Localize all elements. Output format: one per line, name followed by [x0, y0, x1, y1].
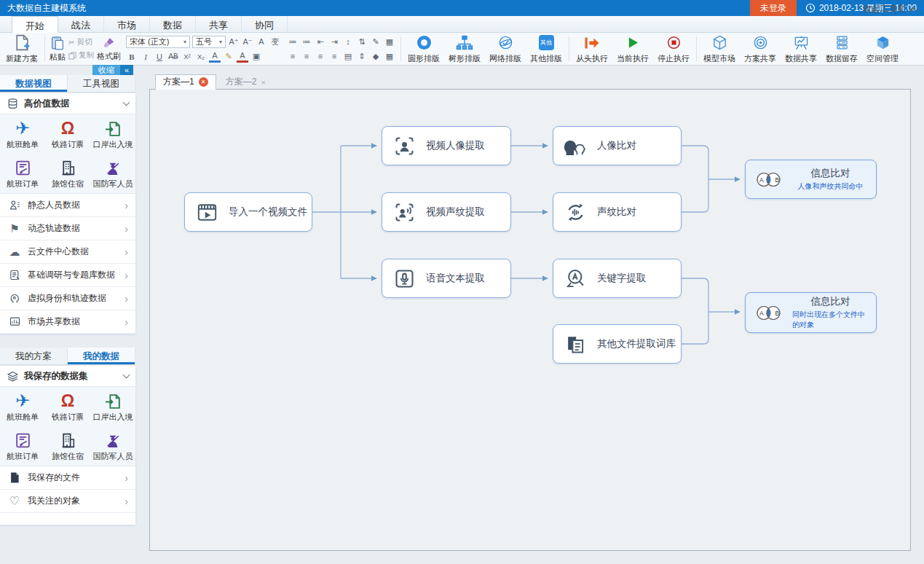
tab-data-view[interactable]: 数据视图	[0, 75, 68, 92]
justify-button[interactable]: ≡	[328, 50, 340, 62]
model-market-button[interactable]: 模型市场	[699, 34, 740, 64]
plan-canvas[interactable]: 导入一个视频文件 视频人像提取 视频声纹提取 语音文本提取 人像比对 声纹比对	[149, 89, 911, 551]
data-item-rail-ticket[interactable]: Ω 铁路订票	[45, 114, 90, 154]
shrink-font-button[interactable]: A⁻	[242, 36, 253, 47]
change-case-button[interactable]: A	[256, 36, 267, 47]
show-marks-button[interactable]: ✎	[370, 36, 382, 47]
canvas-tab-plan-2[interactable]: 方案—2 ×	[218, 74, 273, 90]
distribute-button[interactable]: ▤	[342, 50, 354, 62]
data-retention-button[interactable]: 数据留存	[821, 34, 862, 64]
align-right-button[interactable]: ≡	[315, 50, 326, 62]
bold-button[interactable]: B	[126, 51, 138, 63]
node-video-face-extract[interactable]: 视频人像提取	[382, 126, 511, 165]
data-item-flight-manifest[interactable]: ✈ 航班舱单	[0, 114, 45, 154]
node-info-compare-2[interactable]: A B 信息比对 同时出现在多个文件中的对象	[745, 292, 877, 333]
data-item-border-entry[interactable]: 口岸出入境	[90, 387, 135, 426]
char-convert-button[interactable]: 变	[269, 36, 281, 47]
circle-layout-button[interactable]: 圆形排版	[403, 34, 444, 64]
node-info-compare-1[interactable]: A B 信息比对 人像和声纹共同命中	[745, 160, 877, 199]
ribbon-tab-share[interactable]: 共享	[196, 16, 242, 33]
borders-button[interactable]: ▦	[384, 50, 395, 62]
copy-label: 复制	[79, 50, 94, 60]
table-button[interactable]: ▦	[384, 36, 395, 47]
sidebar-item-survey-library-data[interactable]: 基础调研与专题库数据 ›	[0, 264, 135, 287]
font-size-select[interactable]: 五号 ▾	[192, 36, 226, 48]
data-item-flight-manifest[interactable]: ✈ 航班舱单	[0, 387, 45, 426]
node-voiceprint-compare[interactable]: 声纹比对	[553, 192, 682, 232]
run-from-start-button[interactable]: 从头执行	[572, 34, 612, 64]
italic-button[interactable]: I	[140, 51, 151, 63]
sidebar-item-static-person-data[interactable]: 静态人员数据 ›	[0, 194, 135, 217]
plan-share-button[interactable]: 方案共享	[740, 34, 781, 64]
tree-layout-button[interactable]: 树形排版	[444, 34, 485, 64]
sidebar-item-virtual-identity-data[interactable]: 虚拟身份和轨迹数据 ›	[0, 287, 135, 310]
text-effect-button[interactable]: A	[237, 51, 248, 63]
node-other-files-lexicon[interactable]: 其他文件提取词库	[553, 324, 682, 364]
data-item-flight-order[interactable]: 航班订单	[0, 426, 45, 466]
sort-button[interactable]: ⇅	[356, 36, 368, 47]
sidebar-item-market-shared-data[interactable]: 市场共享数据 ›	[0, 310, 135, 334]
node-face-compare[interactable]: 人像比对	[553, 126, 682, 165]
network-layout-button[interactable]: 网络排版	[485, 34, 526, 64]
data-item-military-personnel[interactable]: 国防军人员	[90, 154, 135, 193]
sidebar-collapse-button[interactable]: 收缩 «	[92, 65, 133, 75]
underline-button[interactable]: U	[154, 51, 165, 63]
highlight-button[interactable]: ✎	[223, 51, 234, 63]
node-video-voiceprint-extract[interactable]: 视频声纹提取	[382, 192, 511, 232]
ribbon-tab-start[interactable]: 开始	[12, 16, 58, 33]
run-current-button[interactable]: 当前执行	[612, 34, 653, 64]
char-shading-button[interactable]: ▣	[250, 51, 262, 63]
high-value-data-section[interactable]: 高价值数据	[0, 93, 135, 114]
strikethrough-button[interactable]: AB	[167, 51, 179, 63]
copy-button[interactable]: 复制	[68, 50, 94, 60]
sidebar-item-dynamic-track-data[interactable]: ⚑ 动态轨迹数据 ›	[0, 217, 135, 240]
data-item-military-personnel[interactable]: 国防军人员	[90, 426, 135, 466]
cut-button[interactable]: ✂ 剪切	[68, 37, 94, 47]
close-icon[interactable]: ×	[261, 78, 265, 87]
ribbon-tab-data[interactable]: 数据	[150, 16, 196, 33]
space-manage-button[interactable]: 空间管理	[862, 34, 903, 64]
align-center-button[interactable]: ≡	[301, 50, 312, 62]
data-item-hotel-stay[interactable]: 旅馆住宿	[45, 154, 90, 193]
ribbon-tab-market[interactable]: 市场	[104, 16, 150, 33]
node-import-video-file[interactable]: 导入一个视频文件	[184, 192, 312, 232]
sidebar-item-my-saved-files[interactable]: 我保存的文件 ›	[0, 466, 135, 490]
grow-font-button[interactable]: A⁺	[228, 36, 240, 47]
subscript-button[interactable]: X₂	[195, 51, 207, 63]
format-painter-button[interactable]: 格式刷	[97, 36, 121, 62]
data-item-hotel-stay[interactable]: 旅馆住宿	[45, 426, 90, 466]
node-speech-text-extract[interactable]: 语音文本提取	[382, 259, 511, 298]
sidebar-item-cloud-file-data[interactable]: ☁ 云文件中心数据 ›	[0, 240, 135, 264]
data-item-flight-order[interactable]: 航班订单	[0, 154, 45, 193]
ribbon-tab-collab[interactable]: 协同	[242, 16, 288, 33]
decrease-indent-button[interactable]: ⇤	[315, 36, 326, 47]
stop-button[interactable]: 停止执行	[653, 34, 694, 64]
saved-datasets-section[interactable]: 我保存的数据集	[0, 366, 135, 387]
new-plan-button[interactable]: 新建方案	[1, 34, 42, 64]
line-spacing-button[interactable]: ⇕	[356, 50, 368, 62]
shading-button[interactable]: ◆	[370, 50, 382, 62]
data-item-rail-ticket[interactable]: Ω 铁路订票	[45, 387, 90, 426]
paste-button[interactable]: 粘贴	[50, 35, 66, 63]
tab-my-plans[interactable]: 我的方案	[0, 348, 68, 364]
text-direction-button[interactable]: ↕	[342, 36, 354, 47]
increase-indent-button[interactable]: ⇥	[328, 36, 340, 47]
sidebar-item-my-followed-objects[interactable]: ♡ 我关注的对象 ›	[0, 490, 135, 513]
tab-my-data[interactable]: 我的数据	[68, 348, 135, 364]
node-keyword-extract[interactable]: 关键字提取	[553, 259, 682, 298]
login-status-badge[interactable]: 未登录	[750, 0, 797, 16]
superscript-button[interactable]: X²	[181, 51, 193, 63]
other-layout-button[interactable]: 其他 其他排版	[526, 34, 566, 64]
align-left-button[interactable]: ≡	[287, 50, 299, 62]
close-icon[interactable]: ✕	[199, 77, 208, 87]
bullet-list-button[interactable]: ≔	[287, 36, 299, 47]
data-share-button[interactable]: 数据共享	[781, 34, 821, 64]
canvas-tab-plan-1[interactable]: 方案—1 ✕	[155, 74, 216, 90]
collapse-toolbar-button[interactable]: 收起工具栏	[863, 3, 915, 15]
data-item-border-entry[interactable]: 口岸出入境	[90, 114, 135, 154]
font-color-button[interactable]: A	[209, 51, 221, 63]
tab-tool-view[interactable]: 工具视图	[68, 75, 135, 92]
numbered-list-button[interactable]: ≔	[301, 36, 312, 47]
ribbon-tab-tactics[interactable]: 战法	[58, 16, 104, 33]
font-family-select[interactable]: 宋体 (正文) ▾	[126, 36, 190, 48]
